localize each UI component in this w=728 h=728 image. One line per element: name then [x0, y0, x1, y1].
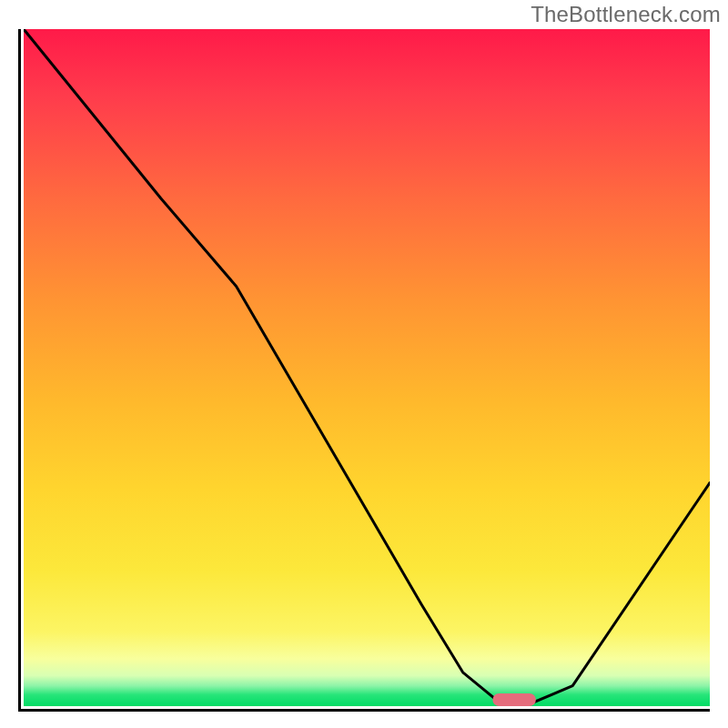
optimal-marker [492, 693, 536, 706]
plot-area [24, 29, 710, 706]
watermark-text: TheBottleneck.com [531, 2, 721, 27]
chart-container: TheBottleneck.com [0, 0, 728, 728]
curve-layer [24, 29, 710, 706]
plot-frame [18, 29, 710, 712]
bottleneck-curve [24, 29, 710, 706]
